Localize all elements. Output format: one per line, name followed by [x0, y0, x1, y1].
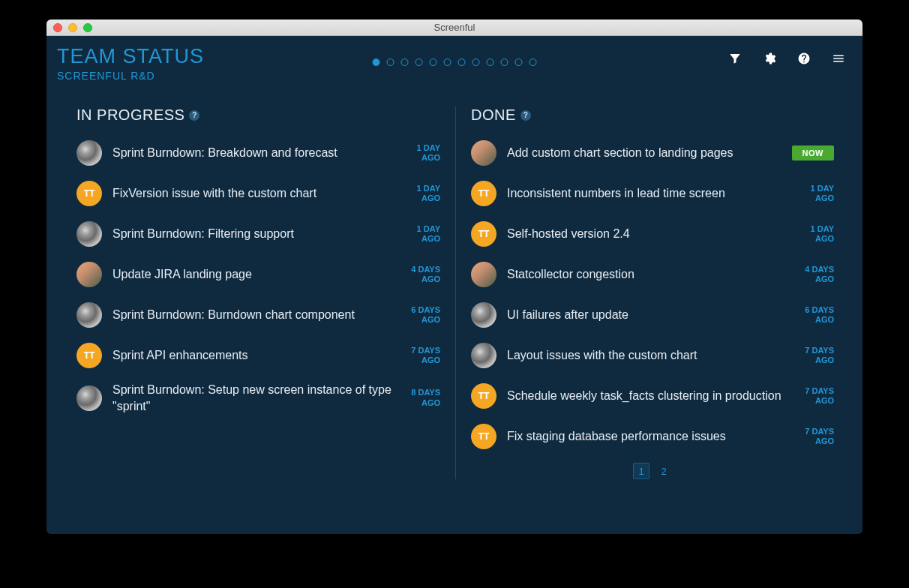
col-title-done: DONE [471, 106, 516, 124]
item-title[interactable]: FixVersion issue with the custom chart [112, 185, 392, 202]
time-ago: 1 DAYAGO [796, 224, 834, 244]
time-ago: 1 DAYAGO [403, 184, 440, 203]
item-title[interactable]: Fix staging database performance issues [507, 428, 786, 445]
page-button[interactable]: 1 [633, 463, 650, 479]
columns: IN PROGRESS ? Sprint Burndown: Breakdown… [46, 90, 862, 479]
col-in-progress: IN PROGRESS ? Sprint Burndown: Breakdown… [76, 106, 455, 479]
menu-icon[interactable] [831, 51, 846, 66]
page-title: TEAM STATUS [57, 45, 204, 68]
avatar[interactable] [471, 140, 496, 166]
list-item: TTFixVersion issue with the custom chart… [76, 179, 440, 208]
list-item: Sprint Burndown: Setup new screen instan… [76, 382, 440, 414]
time-ago: 4 DAYSAGO [403, 265, 440, 284]
avatar[interactable] [76, 302, 102, 328]
list-item: TTSprint API enhancements7 DAYSAGO [76, 341, 440, 370]
pager-dot[interactable] [387, 58, 394, 66]
done-pagination: 12 [471, 463, 834, 479]
gear-icon[interactable] [762, 51, 777, 66]
time-ago: 1 DAYAGO [403, 143, 440, 163]
list-item: Layout issues with the custom chart7 DAY… [471, 341, 834, 370]
slide-pager [373, 58, 537, 66]
avatar[interactable]: TT [471, 383, 496, 409]
header-actions [728, 45, 846, 66]
app-window: Screenful TEAM STATUS SCREENFUL R&D [46, 20, 862, 534]
col-done: DONE ? Add custom chart section to landi… [455, 106, 834, 479]
item-title[interactable]: UI failures after update [507, 307, 786, 323]
list-item: Sprint Burndown: Breakdown and forecast1… [76, 139, 440, 167]
avatar[interactable] [471, 262, 496, 287]
avatar[interactable] [471, 302, 496, 328]
app-body: TEAM STATUS SCREENFUL R&D [46, 36, 862, 534]
item-title[interactable]: Add custom chart section to landing page… [507, 145, 782, 161]
item-title[interactable]: Sprint Burndown: Setup new screen instan… [112, 382, 392, 414]
item-title[interactable]: Self-hosted version 2.4 [507, 226, 786, 242]
list-item: TTFix staging database performance issue… [471, 422, 834, 451]
time-ago: 7 DAYSAGO [796, 427, 834, 446]
mac-titlebar: Screenful [46, 20, 862, 36]
pager-dot[interactable] [530, 58, 537, 66]
item-title[interactable]: Update JIRA landing page [112, 266, 392, 283]
pager-dot[interactable] [458, 58, 466, 66]
item-title[interactable]: Sprint Burndown: Breakdown and forecast [112, 145, 392, 161]
list-item: TTSelf-hosted version 2.41 DAYAGO [471, 220, 834, 248]
list-in-progress: Sprint Burndown: Breakdown and forecast1… [76, 139, 440, 414]
avatar[interactable] [76, 221, 102, 247]
list-item: TTInconsistent numbers in lead time scre… [471, 179, 834, 208]
list-item: Sprint Burndown: Filtering support1 DAYA… [76, 220, 440, 248]
item-title[interactable]: Layout issues with the custom chart [507, 347, 786, 364]
list-item: Update JIRA landing page4 DAYSAGO [76, 260, 440, 289]
avatar[interactable]: TT [471, 424, 496, 449]
pager-dot[interactable] [444, 58, 452, 66]
pager-dot[interactable] [416, 58, 423, 66]
time-ago: 6 DAYSAGO [403, 305, 440, 325]
list-item: UI failures after update6 DAYSAGO [471, 301, 834, 329]
item-title[interactable]: Inconsistent numbers in lead time screen [507, 185, 786, 202]
page-subtitle: SCREENFUL R&D [57, 70, 204, 82]
col-head-done: DONE ? [471, 106, 834, 124]
pager-dot[interactable] [501, 58, 508, 66]
item-title[interactable]: Sprint Burndown: Burndown chart componen… [112, 307, 392, 323]
time-ago: 8 DAYSAGO [403, 388, 440, 407]
now-badge: NOW [792, 146, 834, 160]
help-circle-icon[interactable]: ? [520, 110, 531, 121]
help-icon[interactable] [796, 51, 812, 66]
time-ago: 7 DAYSAGO [403, 346, 440, 365]
header: TEAM STATUS SCREENFUL R&D [46, 36, 862, 90]
pager-dot[interactable] [373, 58, 380, 66]
time-ago: 7 DAYSAGO [796, 346, 834, 365]
avatar[interactable]: TT [76, 343, 102, 368]
list-done: Add custom chart section to landing page… [471, 139, 834, 451]
item-title[interactable]: Schedule weekly task_facts clustering in… [507, 388, 786, 404]
pager-dot[interactable] [472, 58, 480, 66]
window-title: Screenful [46, 22, 862, 33]
list-item: Add custom chart section to landing page… [471, 139, 834, 167]
pager-dot[interactable] [430, 58, 437, 66]
title-block: TEAM STATUS SCREENFUL R&D [57, 45, 204, 82]
avatar[interactable] [471, 343, 496, 368]
list-item: Sprint Burndown: Burndown chart componen… [76, 301, 440, 329]
filter-icon[interactable] [728, 51, 742, 66]
time-ago: 6 DAYSAGO [796, 305, 834, 325]
time-ago: 4 DAYSAGO [796, 265, 834, 284]
help-circle-icon[interactable]: ? [189, 110, 200, 121]
list-item: Statcollector congestion4 DAYSAGO [471, 260, 834, 289]
col-head-in-progress: IN PROGRESS ? [76, 106, 440, 124]
item-title[interactable]: Statcollector congestion [507, 266, 786, 283]
avatar[interactable]: TT [76, 181, 102, 206]
item-title[interactable]: Sprint Burndown: Filtering support [112, 226, 392, 242]
list-item: TTSchedule weekly task_facts clustering … [471, 382, 834, 410]
avatar[interactable]: TT [471, 181, 496, 206]
time-ago: 1 DAYAGO [796, 184, 834, 203]
time-ago: 1 DAYAGO [403, 224, 440, 244]
item-title[interactable]: Sprint API enhancements [112, 347, 392, 364]
avatar[interactable] [76, 386, 102, 411]
pager-dot[interactable] [515, 58, 523, 66]
page-button[interactable]: 2 [656, 463, 672, 479]
avatar[interactable] [76, 262, 102, 287]
avatar[interactable] [76, 140, 102, 166]
avatar[interactable]: TT [471, 221, 496, 247]
col-title-in-progress: IN PROGRESS [76, 106, 184, 124]
pager-dot[interactable] [487, 58, 494, 66]
pager-dot[interactable] [401, 58, 409, 66]
time-ago: 7 DAYSAGO [796, 386, 834, 406]
